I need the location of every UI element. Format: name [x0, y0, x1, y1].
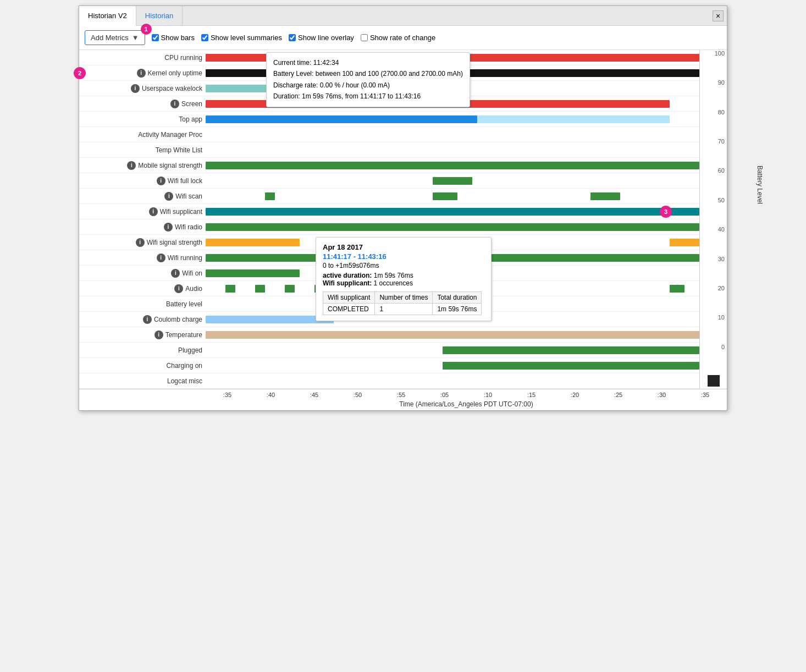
metric-label-area: Top app	[79, 115, 206, 123]
info-icon[interactable]: i	[136, 238, 145, 247]
toolbar: Add Metrics ▼ 1 Show bars Show level sum…	[79, 26, 727, 50]
metric-bar	[225, 285, 235, 293]
y-tick-label: 70	[700, 138, 727, 167]
y-tick-label: 40	[700, 226, 727, 255]
show-level-summaries-input[interactable]	[201, 34, 208, 41]
metric-bar	[285, 285, 295, 293]
chart-row	[206, 373, 699, 389]
x-axis-area: :35:40:45:50:55:05:10:15:20:25:30:35 Tim…	[79, 389, 727, 410]
show-bars-checkbox[interactable]: Show bars	[152, 34, 195, 42]
metric-label-area: iWifi scan	[79, 192, 206, 201]
info-icon[interactable]: i	[143, 315, 152, 324]
metric-label-area: iWifi running	[79, 254, 206, 262]
title-bar: Historian V2 Historian ×	[79, 6, 727, 26]
info-icon[interactable]: i	[131, 84, 140, 93]
metric-label-area: Temp White List	[79, 146, 206, 154]
chart-row: 3	[206, 204, 699, 219]
info-icon[interactable]: i	[164, 223, 173, 232]
info-icon[interactable]: i	[170, 100, 179, 108]
chart-row	[206, 173, 699, 189]
x-axis-label: Time (America/Los_Angeles PDT UTC-07:00)	[206, 400, 727, 408]
info-icon[interactable]: i	[164, 192, 173, 201]
chart-row	[206, 343, 699, 358]
metric-label-area: iWifi supplicant	[79, 207, 206, 216]
metric-label-area: iUserspace wakelock	[79, 84, 206, 93]
metric-row: iWifi full lock	[79, 173, 699, 189]
battery-level-label: Battery Level	[756, 166, 764, 204]
y-tick-label: 50	[700, 197, 727, 226]
metric-label: Wifi running	[168, 254, 202, 262]
chart-row	[206, 189, 699, 204]
metric-bar	[443, 362, 699, 370]
metric-row: Charging on	[79, 358, 699, 373]
metric-row: iWifi scan	[79, 189, 699, 204]
x-tick-label: :15	[510, 392, 553, 398]
info-icon[interactable]: i	[157, 254, 165, 262]
metric-label-area: Activity Manager Proc	[79, 131, 206, 139]
info-icon[interactable]: i	[137, 69, 146, 78]
metric-row: iWifi supplicant3	[79, 204, 699, 219]
metric-bar	[206, 316, 334, 323]
tooltip-top: Current time: 11:42:34 Battery Level: be…	[266, 52, 470, 107]
metric-label-area: iCoulomb charge	[79, 315, 206, 324]
chart-row	[206, 112, 699, 127]
metric-row: iMobile signal strength	[79, 158, 699, 173]
tab-historian[interactable]: Historian	[136, 6, 183, 26]
badge-3: 3	[660, 206, 672, 218]
battery-level-indicator	[708, 375, 720, 387]
y-tick-label: 10	[700, 314, 727, 343]
metric-label-area: CPU running	[79, 54, 206, 62]
metric-bar-2	[670, 239, 699, 246]
metric-label: Wifi signal strength	[147, 239, 202, 246]
show-line-overlay-input[interactable]	[289, 34, 296, 41]
metric-label: Wifi scan	[175, 192, 202, 200]
metric-row: Logcat misc	[79, 373, 699, 389]
info-icon[interactable]: i	[149, 207, 158, 216]
metric-label: Temperature	[165, 331, 202, 339]
metric-bar	[206, 223, 699, 231]
metric-label: Audio	[185, 285, 202, 293]
x-ticks: :35:40:45:50:55:05:10:15:20:25:30:35	[206, 392, 727, 398]
add-metrics-container: Add Metrics ▼ 1	[85, 30, 145, 45]
main-window: Historian V2 Historian × Add Metrics ▼ 1…	[79, 5, 727, 411]
show-rate-of-change-checkbox[interactable]: Show rate of change	[361, 34, 435, 42]
info-icon[interactable]: i	[171, 269, 180, 278]
close-button[interactable]: ×	[713, 10, 724, 21]
metric-label: Userspace wakelock	[142, 85, 202, 92]
y-tick-label: 100	[700, 50, 727, 79]
x-tick-label: :30	[640, 392, 683, 398]
tab-historian-v2[interactable]: Historian V2	[79, 6, 136, 26]
metric-label-area: iWifi radio	[79, 223, 206, 232]
show-rate-of-change-input[interactable]	[361, 34, 368, 41]
metric-label: Temp White List	[156, 146, 202, 154]
metric-row: Plugged	[79, 343, 699, 358]
x-tick-label: :45	[292, 392, 336, 398]
info-icon[interactable]: i	[154, 331, 163, 339]
metric-label-area: iWifi full lock	[79, 177, 206, 185]
add-metrics-button[interactable]: Add Metrics ▼	[85, 30, 145, 45]
info-icon[interactable]: i	[157, 177, 165, 185]
metric-bar	[590, 192, 620, 200]
tooltip-table: Wifi supplicant Number of times Total du…	[323, 291, 482, 315]
metric-bar-2	[477, 115, 670, 123]
x-tick-label: :05	[423, 392, 466, 398]
metric-bar	[206, 269, 300, 277]
dropdown-arrow-icon: ▼	[132, 34, 139, 42]
metric-label-area: iAudio	[79, 284, 206, 293]
metric-bar	[670, 285, 684, 293]
info-icon[interactable]: i	[174, 284, 183, 293]
info-icon[interactable]: i	[127, 161, 136, 170]
y-tick-label: 20	[700, 285, 727, 314]
metric-label: Logcat misc	[167, 377, 202, 385]
metric-label: Coulomb charge	[154, 316, 202, 323]
metric-label: Screen	[181, 100, 202, 108]
show-bars-input[interactable]	[152, 34, 159, 41]
metric-bar	[265, 192, 275, 200]
metric-bar	[206, 208, 699, 216]
show-level-summaries-checkbox[interactable]: Show level summaries	[201, 34, 282, 42]
show-line-overlay-checkbox[interactable]: Show line overlay	[289, 34, 354, 42]
chart-row	[206, 327, 699, 343]
metric-row: Top app	[79, 112, 699, 127]
metric-label-area: Battery level	[79, 300, 206, 308]
x-tick-label: :25	[597, 392, 640, 398]
